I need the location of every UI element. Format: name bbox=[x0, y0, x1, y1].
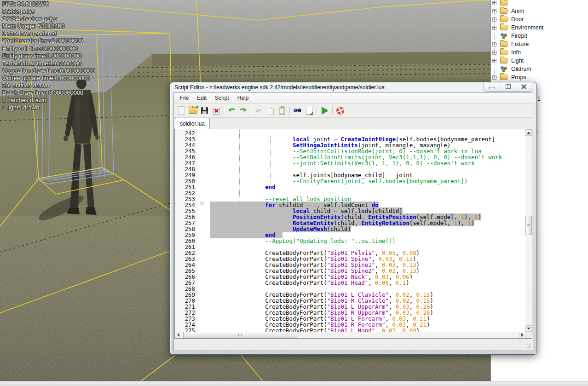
run-script-button[interactable] bbox=[319, 105, 330, 116]
menu-file[interactable]: File bbox=[176, 95, 193, 101]
debug-stat-line: 1 lights drawn bbox=[2, 104, 95, 111]
close-file-icon bbox=[213, 107, 219, 115]
tree-item-label: Fixture bbox=[511, 41, 529, 47]
tree-connector bbox=[496, 28, 500, 28]
tree-item-label: Firepit bbox=[511, 33, 527, 39]
toolbar-separator bbox=[332, 106, 333, 115]
model-icon bbox=[500, 33, 507, 39]
open-file-button[interactable] bbox=[187, 105, 199, 116]
toolbar-separator bbox=[251, 106, 251, 115]
minimize-button[interactable] bbox=[484, 82, 500, 91]
tree-connector bbox=[496, 77, 500, 78]
tree-item-light[interactable]: +Light bbox=[491, 57, 588, 65]
expand-icon[interactable]: + bbox=[492, 42, 496, 46]
debug-stat-line: 1 shadows rendered bbox=[2, 30, 95, 37]
find-button[interactable] bbox=[292, 105, 303, 116]
debug-stat-line: Vegetation draw time:0.000000000 bbox=[2, 67, 95, 75]
tree-item-props[interactable]: +Props bbox=[491, 73, 588, 81]
redo-button[interactable] bbox=[237, 105, 249, 116]
folder-icon bbox=[500, 58, 507, 63]
occluded-text-fragment: 1 bbox=[537, 96, 541, 102]
maximize-button[interactable] bbox=[500, 82, 516, 91]
vertical-scroll-thumb[interactable] bbox=[525, 216, 532, 235]
expand-icon[interactable]: + bbox=[492, 17, 496, 22]
horizontal-scrollbar[interactable] bbox=[175, 332, 525, 338]
debug-stat-line: World render time:2.00000000 bbox=[2, 37, 95, 45]
tree-item-info[interactable]: +Info bbox=[491, 48, 588, 57]
resize-grip[interactable] bbox=[526, 344, 531, 349]
tree-item-door[interactable]: +Door bbox=[491, 15, 588, 23]
clipboard-icon bbox=[279, 107, 285, 115]
horizontal-scroll-thumb[interactable] bbox=[183, 332, 297, 338]
debug-stat-line: 17784 shadow polys bbox=[2, 15, 95, 23]
tree-item-label: Info bbox=[511, 49, 521, 56]
expand-icon[interactable]: + bbox=[492, 9, 496, 13]
copy-button[interactable] bbox=[265, 105, 276, 116]
binoculars-icon bbox=[294, 109, 302, 113]
model-icon bbox=[500, 66, 507, 72]
undo-button[interactable] bbox=[226, 105, 237, 116]
debug-stat-line: Octree update time:0.000000000 bbox=[2, 75, 95, 82]
expand-icon[interactable]: + bbox=[492, 1, 496, 5]
cut-button[interactable]: ✂ bbox=[253, 105, 265, 116]
tree-item-unnamed[interactable]: + bbox=[491, 0, 588, 7]
scroll-down-button[interactable] bbox=[525, 325, 532, 332]
debug-stat-line: Mem Usage: 53212460 bbox=[2, 23, 95, 30]
folder-icon bbox=[500, 50, 507, 55]
close-file-button[interactable] bbox=[210, 105, 222, 116]
tree-item-firepit[interactable]: Firepit bbox=[491, 32, 588, 40]
tree-item-environment[interactable]: +Environment bbox=[491, 23, 588, 32]
lifesaver-icon bbox=[337, 107, 344, 114]
expand-icon[interactable]: + bbox=[492, 26, 496, 30]
save-button[interactable] bbox=[199, 105, 210, 116]
tree-connector bbox=[496, 61, 500, 61]
scroll-right-button[interactable] bbox=[519, 332, 525, 338]
tree-item-oildrum[interactable]: Oildrum bbox=[491, 65, 588, 73]
menu-bar: FileEditScriptHelp bbox=[174, 93, 533, 104]
new-file-icon bbox=[178, 106, 185, 115]
scroll-up-button[interactable] bbox=[525, 129, 532, 136]
redo-icon bbox=[239, 108, 247, 114]
close-button[interactable] bbox=[516, 82, 532, 91]
titlebar[interactable]: Script Editor - z:/leadwerks engine sdk … bbox=[170, 82, 536, 92]
window-client-area: FileEditScriptHelp ✂ bbox=[173, 92, 533, 351]
arrow-left-icon bbox=[177, 333, 179, 337]
copy-icon bbox=[267, 107, 272, 113]
tree-item-anim[interactable]: +Anim bbox=[491, 7, 588, 15]
tree-item-label: Door bbox=[511, 16, 524, 23]
background-window-edge bbox=[0, 381, 588, 386]
vertical-scrollbar[interactable] bbox=[525, 129, 532, 332]
undo-icon bbox=[228, 108, 236, 114]
tree-item-label: Props bbox=[511, 74, 526, 81]
tree-connector bbox=[496, 36, 500, 36]
expand-icon[interactable]: + bbox=[492, 51, 496, 55]
folder-icon bbox=[500, 17, 507, 22]
expand-icon[interactable]: + bbox=[492, 75, 496, 80]
new-file-button[interactable] bbox=[176, 105, 187, 116]
folder-icon bbox=[500, 8, 507, 14]
expand-icon[interactable]: + bbox=[492, 59, 496, 63]
code-editor[interactable]: 242 243 244 245 246 247 248 249 250 251 … bbox=[174, 129, 532, 339]
debug-stat-line: 20: entities drawn bbox=[2, 82, 95, 89]
script-editor-window: Script Editor - z:/leadwerks engine sdk … bbox=[170, 82, 537, 355]
menu-script[interactable]: Script bbox=[211, 95, 233, 101]
paste-button[interactable] bbox=[276, 105, 288, 116]
menu-edit[interactable]: Edit bbox=[193, 95, 211, 101]
tree-item-label: Oildrum bbox=[511, 66, 531, 72]
tree-item-label: Environment bbox=[511, 24, 543, 31]
folder-icon bbox=[500, 0, 507, 6]
code-text[interactable]: local joint = CreateJointHinge(self.bodi… bbox=[210, 130, 502, 332]
debug-script-button[interactable] bbox=[334, 105, 346, 116]
tree-item-fixture[interactable]: +Fixture bbox=[491, 40, 588, 48]
debug-stat-line: Entity cull time:0.000000000 bbox=[2, 45, 95, 52]
code-area[interactable]: local joint = CreateJointHinge(self.bodi… bbox=[198, 129, 525, 332]
tree-connector bbox=[496, 11, 500, 12]
tab-soldier-lua[interactable]: soldier.lua bbox=[175, 118, 210, 129]
tree-connector bbox=[496, 69, 500, 69]
arrow-right-icon bbox=[521, 333, 524, 337]
window-controls bbox=[484, 82, 532, 92]
play-icon bbox=[322, 107, 328, 114]
menu-help[interactable]: Help bbox=[233, 95, 253, 101]
scroll-left-button[interactable] bbox=[175, 332, 181, 338]
replace-button[interactable] bbox=[303, 105, 315, 116]
